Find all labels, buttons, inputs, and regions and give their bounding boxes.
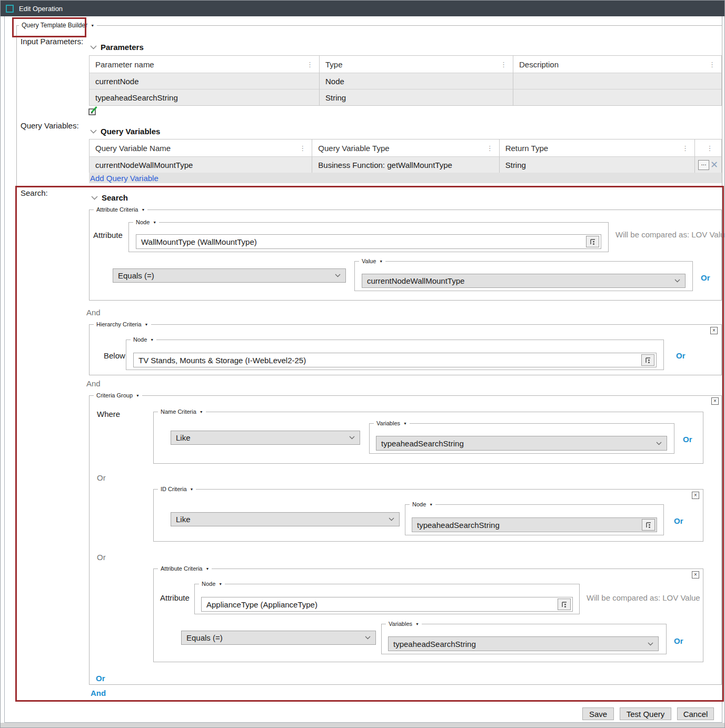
value-select[interactable]: currentNodeWallMountType xyxy=(362,274,686,288)
attribute-node-picker[interactable]: WallMountType (WallMountType) xyxy=(136,234,601,249)
dropdown-caret-icon: ▼ xyxy=(219,582,222,586)
column-menu-icon[interactable]: ⋮ xyxy=(303,61,313,68)
where-label: Where xyxy=(97,410,120,418)
below-label: Below xyxy=(104,351,125,360)
tree-picker-icon[interactable] xyxy=(642,519,655,531)
add-query-variable-link[interactable]: Add Query Variable xyxy=(89,174,158,183)
cell-actions: ... ✕ xyxy=(695,156,721,173)
remove-criteria-icon[interactable]: × xyxy=(692,571,699,579)
cell-parameter-name: currentNode xyxy=(90,73,320,89)
cell-description xyxy=(513,73,721,89)
or-add-link[interactable]: Or xyxy=(674,636,683,645)
col-description: Description⋮ xyxy=(513,56,721,73)
col-return-type: Return Type⋮ xyxy=(500,139,695,156)
and-connector: And xyxy=(86,379,101,388)
column-menu-icon[interactable]: ⋮ xyxy=(296,145,306,152)
remove-criteria-icon[interactable]: × xyxy=(711,397,719,405)
edit-parameters-icon[interactable] xyxy=(88,106,98,118)
id-node-picker[interactable]: typeaheadSearchString xyxy=(412,517,657,532)
chevron-down-icon xyxy=(656,442,662,445)
operator-select[interactable]: Like xyxy=(171,512,400,526)
variable-select[interactable]: typeaheadSearchString xyxy=(376,436,667,451)
parameters-section-toggle[interactable]: Parameters xyxy=(90,42,144,52)
dropdown-caret-icon: ▼ xyxy=(429,503,433,506)
node-dropdown[interactable]: Node ▼ xyxy=(131,335,156,344)
query-variables-header-row: Query Variable Name⋮ Query Variable Type… xyxy=(90,139,721,156)
input-parameters-label: Input Parameters: xyxy=(21,37,83,46)
operator-select[interactable]: Equals (=) xyxy=(181,631,376,645)
dropdown-caret-icon: ▼ xyxy=(190,487,194,491)
or-connector: Or xyxy=(97,553,106,562)
query-variables-section-title: Query Variables xyxy=(101,127,160,136)
edit-variable-button[interactable]: ... xyxy=(698,160,709,170)
variable-select[interactable]: typeaheadSearchString xyxy=(388,636,659,651)
criteria-group-dropdown[interactable]: Criteria Group ▼ xyxy=(94,391,142,400)
search-label: Search: xyxy=(21,188,48,197)
table-row[interactable]: typeaheadSearchString String xyxy=(90,89,721,105)
or-add-link[interactable]: Or xyxy=(683,435,692,444)
or-add-criteria-link[interactable]: Or xyxy=(96,674,105,683)
hierarchy-node-picker[interactable]: TV Stands, Mounts & Storage (I-WebLevel2… xyxy=(133,353,657,367)
col-variable-name: Query Variable Name⋮ xyxy=(90,139,312,156)
save-button[interactable]: Save xyxy=(582,707,614,720)
and-add-criteria-link[interactable]: And xyxy=(91,689,106,697)
col-variable-type: Query Variable Type⋮ xyxy=(312,139,499,156)
id-criteria-dropdown[interactable]: ID Criteria ▼ xyxy=(158,485,196,493)
node-dropdown[interactable]: Node ▼ xyxy=(199,580,225,588)
dropdown-caret-icon: ▼ xyxy=(403,422,407,425)
node-dropdown[interactable]: Node ▼ xyxy=(410,500,435,508)
hierarchy-criteria-dropdown[interactable]: Hierarchy Criteria ▼ xyxy=(94,320,151,328)
chevron-down-icon xyxy=(90,42,97,52)
dropdown-caret-icon: ▼ xyxy=(153,221,156,224)
chevron-down-icon xyxy=(90,126,97,136)
window-bottom-strip xyxy=(1,723,725,728)
or-add-link[interactable]: Or xyxy=(676,351,686,360)
search-section-title: Search xyxy=(102,193,128,202)
dropdown-caret-icon: ▼ xyxy=(91,24,94,27)
table-row[interactable]: currentNodeWallMountType Business Functi… xyxy=(90,156,721,173)
or-add-link[interactable]: Or xyxy=(701,273,710,282)
query-template-builder-dropdown[interactable]: Query Template Builder ▼ xyxy=(19,21,97,29)
column-menu-icon[interactable]: ⋮ xyxy=(497,61,507,68)
dropdown-caret-icon: ▼ xyxy=(205,567,209,571)
compare-note: Will be compared as: LOV Value xyxy=(587,593,700,602)
dropdown-caret-icon: ▼ xyxy=(145,323,148,326)
column-menu-icon[interactable]: ⋮ xyxy=(703,145,713,152)
remove-criteria-icon[interactable]: × xyxy=(710,327,718,334)
cell-type: Node xyxy=(320,73,513,89)
dropdown-caret-icon: ▼ xyxy=(200,410,203,414)
tree-picker-icon[interactable] xyxy=(558,599,571,610)
column-menu-icon[interactable]: ⋮ xyxy=(706,61,716,68)
query-variables-table: Query Variable Name⋮ Query Variable Type… xyxy=(89,139,722,173)
tree-picker-icon[interactable] xyxy=(586,236,599,247)
query-variables-section-toggle[interactable]: Query Variables xyxy=(90,126,160,136)
attribute-criteria-dropdown[interactable]: Attribute Criteria ▼ xyxy=(94,205,147,214)
search-section-toggle[interactable]: Search xyxy=(91,193,128,202)
cancel-button[interactable]: Cancel xyxy=(677,707,714,720)
add-query-variable-row: Add Query Variable xyxy=(89,173,722,183)
variables-dropdown[interactable]: Variables ▼ xyxy=(386,620,422,628)
parameters-section-title: Parameters xyxy=(101,43,144,52)
attribute-criteria-dropdown[interactable]: Attribute Criteria ▼ xyxy=(158,564,212,573)
variables-dropdown[interactable]: Variables ▼ xyxy=(374,419,410,427)
table-row[interactable]: currentNode Node xyxy=(90,73,721,89)
dropdown-caret-icon: ▼ xyxy=(415,622,419,626)
column-menu-icon[interactable]: ⋮ xyxy=(679,145,689,152)
dropdown-caret-icon: ▼ xyxy=(150,338,154,342)
or-add-link[interactable]: Or xyxy=(674,516,683,525)
remove-criteria-icon[interactable]: × xyxy=(692,492,699,499)
value-dropdown[interactable]: Value ▼ xyxy=(359,257,385,265)
chevron-down-icon xyxy=(335,274,341,277)
operator-select[interactable]: Equals (=) xyxy=(113,268,346,283)
delete-variable-icon[interactable]: ✕ xyxy=(710,160,718,169)
tree-picker-icon[interactable] xyxy=(641,354,654,366)
col-type: Type⋮ xyxy=(320,56,513,73)
test-query-button[interactable]: Test Query xyxy=(620,707,671,720)
and-connector: And xyxy=(86,308,101,317)
name-criteria-dropdown[interactable]: Name Criteria ▼ xyxy=(158,407,206,416)
column-menu-icon[interactable]: ⋮ xyxy=(483,145,493,152)
window-title: Edit Operation xyxy=(19,5,63,13)
node-dropdown[interactable]: Node ▼ xyxy=(133,218,159,226)
operator-select[interactable]: Like xyxy=(171,431,360,445)
attribute-node-picker[interactable]: ApplianceType (ApplianceType) xyxy=(201,597,573,612)
